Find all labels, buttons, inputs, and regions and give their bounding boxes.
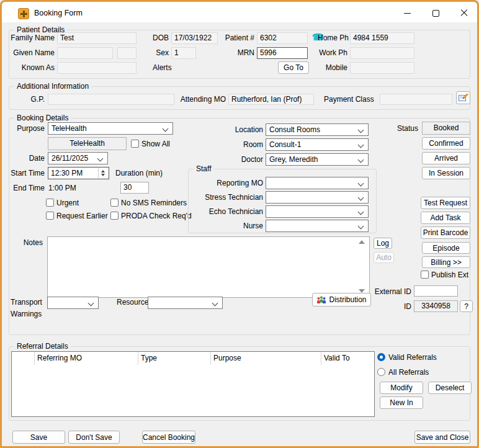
doctor-select[interactable]: Grey, Meredith [266,153,369,166]
maximize-button[interactable] [423,4,449,22]
room-label: Room [217,141,263,149]
additional-information-legend: Additional Information [14,82,91,91]
status-label: Status [390,125,418,133]
referral-col-referring-mo: Referring MO [35,352,138,365]
duration-input[interactable]: 30 [120,182,149,194]
spin-up-icon [101,170,105,172]
external-id-input[interactable] [414,285,458,297]
episode-button[interactable]: Episode [422,242,470,254]
referral-table[interactable]: Referring MO Type Purpose Valid To [11,351,375,417]
window-title: Booking Form [34,8,83,19]
title-bar: Booking Form [2,2,477,22]
chevron-down-icon [358,127,364,133]
chevron-down-icon [358,142,364,148]
all-referrals-radio[interactable] [377,368,385,376]
booking-details-legend: Booking Details [14,114,71,123]
mrn-input[interactable]: 5996 [257,47,308,59]
gp-label: G.P. [19,96,45,104]
location-select[interactable]: Consult Rooms [266,123,369,136]
proda-checkbox[interactable] [110,212,119,220]
dont-save-button[interactable]: Don't Save [68,431,120,444]
transport-label: Transport [11,298,42,307]
log-button[interactable]: Log [374,238,392,249]
telehealth-indicator: TeleHealth [48,137,127,150]
nurse-label: Nurse [192,222,263,230]
cancel-booking-button[interactable]: Cancel Booking [142,431,195,444]
start-time-spinner[interactable]: 12:30 PM [48,167,109,179]
given-name-label: Given Name [9,49,55,57]
show-all-checkbox[interactable] [131,140,139,148]
purpose-select[interactable]: TeleHealth [48,122,173,135]
room-select[interactable]: Consult-1 [266,138,369,151]
confirmed-button[interactable]: Confirmed [422,137,470,150]
known-as-label: Known As [9,64,55,72]
scroll-up-icon[interactable] [359,240,365,244]
go-to-button[interactable]: Go To [278,61,309,74]
external-id-label: External ID [371,288,411,296]
valid-referrals-radio[interactable] [377,353,385,361]
urgent-checkbox[interactable] [46,199,54,207]
dob-field: 17/03/1922 [171,32,218,44]
warnings-label: Warnings [11,310,42,318]
home-ph-field: 4984 1559 [350,32,414,44]
notes-input[interactable] [47,236,370,298]
start-time-label: Start Time [5,169,45,177]
no-sms-label: No SMS Reminders [121,199,187,207]
edit-payment-button[interactable] [456,91,470,104]
publish-ext-label: Publish Ext [431,271,468,279]
family-name-label: Family Name [9,34,55,42]
close-button[interactable] [451,4,477,22]
nurse-select[interactable] [266,220,369,232]
chevron-down-icon [163,126,169,132]
new-in-button[interactable]: New In [380,396,423,409]
known-as-field [57,62,137,74]
add-task-button[interactable]: Add Task [421,212,470,224]
attending-mo-field: Rutherford, Ian (Prof) [228,94,314,105]
staff-legend: Staff [194,164,213,174]
help-button[interactable]: ? [460,300,473,312]
auto-button[interactable]: Auto [374,252,394,263]
no-sms-checkbox[interactable] [110,199,119,207]
proda-label: PRODA Check Req'd [121,212,192,220]
reporting-mo-select[interactable] [266,177,369,189]
minimize-button[interactable] [394,4,420,22]
date-label: Date [9,155,45,163]
stress-technician-select[interactable] [266,191,369,204]
in-session-button[interactable]: In Session [422,167,470,179]
echo-technician-select[interactable] [266,205,369,218]
time-spinner-buttons[interactable] [98,168,108,178]
sex-label: Sex [141,49,169,57]
publish-ext-checkbox[interactable] [421,271,429,279]
deselect-button[interactable]: Deselect [428,382,472,394]
referral-col-selector [12,352,35,365]
close-icon [460,9,468,17]
billing-button[interactable]: Billing >> [422,256,470,268]
attending-mo-label: Attending MO [179,96,226,104]
id-label: ID [391,303,411,311]
transport-select[interactable] [47,297,99,309]
payment-class-field [380,94,452,105]
chevron-down-icon [358,223,364,230]
request-earlier-checkbox[interactable] [46,212,54,220]
arrived-button[interactable]: Arrived [422,152,470,164]
mrn-label: MRN [230,49,254,57]
test-request-button[interactable]: Test Request [421,197,470,209]
resource-select[interactable] [148,297,223,309]
given-name-extra-field [117,47,137,59]
edit-icon [459,94,468,102]
date-select[interactable]: 26/11/2025 [48,152,108,164]
sex-field: 1 [171,47,196,59]
patient-number-field: 6302 [257,32,308,44]
payment-class-label: Payment Class [324,96,374,104]
mobile-field [350,62,414,74]
print-barcode-button[interactable]: Print Barcode [421,226,470,239]
end-time-label: End Time [5,184,45,192]
save-and-close-button[interactable]: Save and Close [414,431,470,444]
modify-button[interactable]: Modify [380,382,423,394]
purpose-label: Purpose [9,125,45,133]
distribution-button[interactable]: Distribution [312,293,371,307]
chevron-down-icon [358,195,364,201]
save-button[interactable]: Save [12,431,65,444]
chevron-down-icon [358,181,364,187]
home-ph-label: Home Ph [318,34,347,42]
